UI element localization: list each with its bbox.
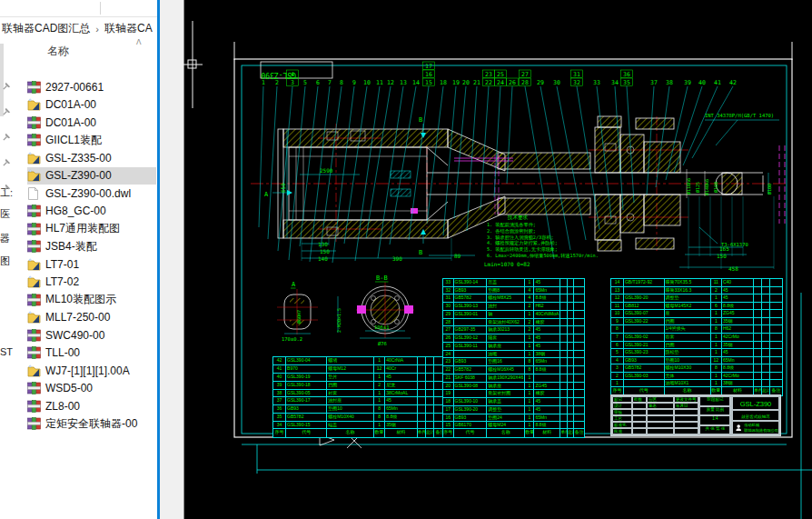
bom-cell: 65Mn <box>534 414 559 422</box>
bom-cell: 45 <box>385 374 416 381</box>
bom-cell: GSL390-19 <box>286 374 326 381</box>
bom-cell <box>418 405 425 413</box>
file-row[interactable]: MLL7-250-00 <box>27 309 156 326</box>
bom-cell <box>762 349 769 356</box>
bom-cell <box>568 279 574 286</box>
pin-icon <box>2 78 12 88</box>
company-name-line2: 联轴器制造有限公司 <box>744 428 778 433</box>
bom-cell <box>560 311 567 318</box>
bom-cell: 骨架油封40X62 <box>487 319 524 326</box>
bom-cell: 1 <box>374 374 384 381</box>
bom-cell <box>770 357 782 364</box>
bom-cell: 1/4管接头 <box>665 325 710 333</box>
bom-cell: 橡胶 <box>534 390 559 397</box>
bom-cell <box>574 358 584 365</box>
bom-cell <box>770 287 782 294</box>
bom-cell <box>534 374 559 382</box>
bom-cell: 8 <box>711 325 721 333</box>
file-row[interactable]: TLL-00 <box>27 344 156 362</box>
sort-chevron-icon[interactable]: ᐱ <box>136 38 141 46</box>
bom-cell: GSL390-02 <box>624 334 664 341</box>
file-row[interactable]: ML10装配图示 <box>27 291 156 308</box>
bom-cell: 13 <box>611 287 623 294</box>
bom-cell: 轴承盖 <box>487 398 524 405</box>
title-block-sign-cell: 标记 <box>612 396 632 403</box>
file-row[interactable]: GSL-Z335-00 <box>27 149 156 166</box>
file-row[interactable]: ZL8-00 <box>27 397 156 414</box>
file-row[interactable]: HG8_GC-00 <box>27 203 156 220</box>
bom-header-cell: 序号 <box>443 429 453 437</box>
bom-cell: 螺栓M10X30 <box>665 364 710 372</box>
bom-cell <box>568 351 574 358</box>
bom-cell: 8 <box>374 414 384 421</box>
bom-cell: 座 <box>665 310 710 317</box>
bom-cell <box>560 390 567 397</box>
file-name: 定矩安全联轴器-00 <box>45 416 137 432</box>
bom-cell <box>560 398 567 405</box>
title-block-sign-cell <box>632 415 647 422</box>
bom-cell <box>762 303 769 310</box>
bom-cell <box>426 365 433 373</box>
bom-cell: GSL390-17 <box>286 397 326 404</box>
bom-cell <box>770 334 782 341</box>
bom-cell: GSL390-05 <box>286 390 326 397</box>
file-row[interactable]: GIICL1装配 <box>27 132 156 149</box>
tree-item-fragment[interactable]: 图 <box>0 255 13 268</box>
rar-file-icon <box>27 329 41 342</box>
bom-cell <box>454 351 487 358</box>
bom-cell: 压盖 <box>487 279 524 286</box>
bom-cell: 1 <box>525 406 533 414</box>
bom-cell: 1 <box>525 343 533 350</box>
file-row[interactable]: HL7通用装配图 <box>27 220 156 237</box>
bom-cell: 19 <box>443 390 453 397</box>
column-header-name[interactable]: 名称 <box>47 44 69 59</box>
bom-cell: 轴承30213 <box>487 326 524 334</box>
file-row[interactable]: WSD5-00 <box>27 380 156 397</box>
file-row[interactable]: DC01A-00 <box>27 114 156 131</box>
bom-cell: 轴 <box>487 311 524 318</box>
bom-cell <box>574 343 584 350</box>
bom-cell: 38 <box>273 390 285 397</box>
bom-cell: 8 <box>374 405 384 413</box>
title-block-right: GSL-Z390 鼓形齿式联轴器 传动机械 联轴器制造有限公司 <box>731 395 780 435</box>
bom-cell: C40 <box>722 279 753 286</box>
bom-cell: 35钢 <box>722 342 753 349</box>
file-row[interactable]: JSB4-装配 <box>27 238 156 255</box>
file-row[interactable]: LT7-02 <box>27 274 156 291</box>
bom-cell <box>418 374 425 381</box>
tree-item-fragment[interactable]: 医 <box>0 207 13 221</box>
bom-cell <box>426 397 433 404</box>
file-row[interactable]: 2927-00661 <box>27 78 156 95</box>
bom-cell: 42CrMo <box>722 334 753 341</box>
bom-cell: 挡圈 <box>665 318 710 325</box>
bom-cell <box>762 287 769 294</box>
bom-cell: 65Mn <box>534 287 559 294</box>
file-row[interactable]: DC01A-00 <box>27 96 156 114</box>
file-row[interactable]: 定矩安全联轴器-00 <box>27 415 156 433</box>
bom-cell: 45 <box>722 349 753 356</box>
bom-cell: 1 <box>525 279 533 286</box>
bom-header-cell: 材料 <box>385 429 416 437</box>
bom-cell <box>574 383 584 390</box>
bom-cell: 5 <box>611 349 623 356</box>
bom-cell: 油封座 <box>327 397 373 404</box>
file-row[interactable]: GSL-Z390-00 <box>27 167 156 185</box>
bom-cell: 垫圈8 <box>487 287 524 294</box>
title-block-sign-cell: 签名 <box>647 403 674 409</box>
bom-cell: 18 <box>443 398 453 405</box>
breadcrumb-item[interactable]: 联轴器CA <box>103 21 154 36</box>
bom-cell: 挡圈 <box>327 382 373 389</box>
tree-item-fragment[interactable]: 器 <box>0 232 13 245</box>
tree-item-fragment[interactable]: ST <box>0 346 13 357</box>
bom-cell: GB5782 <box>454 366 487 374</box>
bom-cell <box>560 383 567 390</box>
cad-canvas[interactable] <box>184 0 812 519</box>
file-row[interactable]: GSL-Z390-00.dwl <box>27 185 156 202</box>
file-row[interactable]: SWC490-00 <box>27 326 156 344</box>
breadcrumb-item[interactable]: 联轴器CAD图汇总 <box>0 21 92 36</box>
file-name: MLL7-250-00 <box>45 311 110 324</box>
file-row[interactable]: WJ7-[1][1][1].00A <box>27 362 156 379</box>
file-row[interactable]: LT7-01 <box>27 255 156 273</box>
bom-cell: 6 <box>611 342 623 349</box>
title-block-sign-cell: 审核 <box>612 409 632 415</box>
